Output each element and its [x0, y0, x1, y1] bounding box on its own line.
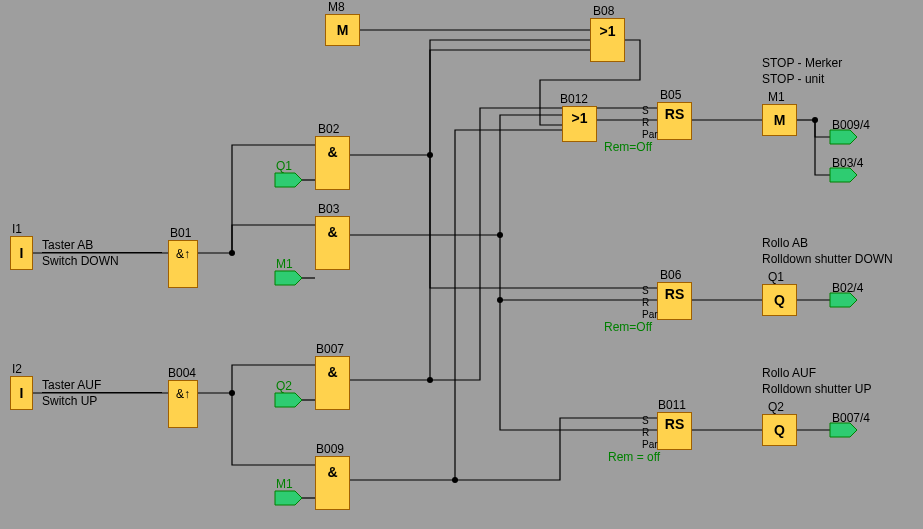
conn-in-Q2: Q2 [276, 379, 292, 393]
block-M1[interactable]: M [762, 104, 797, 136]
blk-sym-M1: M [763, 105, 796, 135]
blk-name-B01: B01 [170, 226, 191, 240]
label-rollo-auf-2: Rolldown shutter UP [762, 382, 871, 396]
blk-sym-B01: &↑ [169, 241, 197, 267]
par-Par: Par [642, 309, 658, 320]
svg-marker-11 [275, 491, 302, 505]
svg-point-1 [812, 117, 818, 123]
blk-sym-B03: & [316, 217, 349, 247]
conn-in-M1b: M1 [276, 477, 293, 491]
blk-sym-Q2: Q [763, 415, 796, 445]
blk-name-B009: B009 [316, 442, 344, 456]
blk-sym-B007: & [316, 357, 349, 387]
block-B011[interactable]: RS S R Par [657, 412, 692, 450]
blk-sym-B06: RS [658, 283, 691, 305]
par-R: R [642, 117, 649, 128]
block-I1[interactable]: I [10, 236, 33, 270]
blk-name-B08: B08 [593, 4, 614, 18]
blk-sym-I1: I [11, 237, 32, 269]
blk-name-B011: B011 [658, 398, 686, 412]
par-S: S [642, 415, 649, 426]
blk-sym-B02: & [316, 137, 349, 167]
conn-in-Q1: Q1 [276, 159, 292, 173]
label-taster-auf-1: Taster AUF [42, 378, 162, 393]
blk-name-I1: I1 [12, 222, 22, 236]
block-B02[interactable]: & [315, 136, 350, 190]
label-taster-ab-1: Taster AB [42, 238, 162, 253]
svg-marker-13 [830, 168, 857, 182]
conn-out-B009-4: B009/4 [832, 118, 870, 132]
par-R: R [642, 427, 649, 438]
par-S: S [642, 105, 649, 116]
blk-sym-B05: RS [658, 103, 691, 125]
svg-point-4 [452, 477, 458, 483]
blk-name-B007: B007 [316, 342, 344, 356]
block-M8[interactable]: M [325, 14, 360, 46]
svg-point-3 [427, 377, 433, 383]
label-rollo-ab-1: Rollo AB [762, 236, 808, 250]
blk-sym-B004: &↑ [169, 381, 197, 407]
svg-point-2 [229, 390, 235, 396]
blk-name-B012: B012 [560, 92, 588, 106]
svg-marker-14 [830, 293, 857, 307]
block-B007[interactable]: & [315, 356, 350, 410]
par-Par: Par [642, 439, 658, 450]
svg-marker-9 [275, 271, 302, 285]
svg-point-7 [497, 297, 503, 303]
svg-point-6 [497, 232, 503, 238]
conn-out-B007-4: B007/4 [832, 411, 870, 425]
label-taster-auf-2: Switch UP [42, 394, 97, 408]
svg-point-5 [427, 152, 433, 158]
blk-sym-B08: >1 [591, 19, 624, 41]
blk-name-Q2: Q2 [768, 400, 784, 414]
blk-name-B03: B03 [318, 202, 339, 216]
block-B08[interactable]: >1 [590, 18, 625, 62]
block-Q2[interactable]: Q [762, 414, 797, 446]
block-I2[interactable]: I [10, 376, 33, 410]
rem-B011: Rem = off [608, 450, 660, 464]
block-Q1[interactable]: Q [762, 284, 797, 316]
label-stop-1: STOP - Merker [762, 56, 842, 70]
svg-marker-15 [830, 423, 857, 437]
label-rollo-ab-2: Rolldown shutter DOWN [762, 252, 893, 266]
blk-sym-Q1: Q [763, 285, 796, 315]
par-Par: Par [642, 129, 658, 140]
blk-name-B06: B06 [660, 268, 681, 282]
label-taster-ab-2: Switch DOWN [42, 254, 119, 268]
blk-name-I2: I2 [12, 362, 22, 376]
blk-sym-B009: & [316, 457, 349, 487]
par-S: S [642, 285, 649, 296]
label-stop-2: STOP - unit [762, 72, 824, 86]
conn-in-M1a: M1 [276, 257, 293, 271]
block-B06[interactable]: RS S R Par [657, 282, 692, 320]
par-R: R [642, 297, 649, 308]
block-B03[interactable]: & [315, 216, 350, 270]
svg-marker-8 [275, 173, 302, 187]
fbd-canvas: { "blocks":{ "M8":{"name":"M8","sym":"M"… [0, 0, 923, 529]
block-B012[interactable]: >1 [562, 106, 597, 142]
label-rollo-auf-1: Rollo AUF [762, 366, 816, 380]
block-B004[interactable]: &↑ [168, 380, 198, 428]
rem-B06: Rem=Off [604, 320, 652, 334]
blk-name-M1: M1 [768, 90, 785, 104]
block-B009[interactable]: & [315, 456, 350, 510]
svg-point-0 [229, 250, 235, 256]
blk-sym-B011: RS [658, 413, 691, 435]
blk-name-M8: M8 [328, 0, 345, 14]
blk-sym-M8: M [326, 15, 359, 45]
block-B01[interactable]: &↑ [168, 240, 198, 288]
blk-name-B05: B05 [660, 88, 681, 102]
svg-marker-12 [830, 130, 857, 144]
blk-name-Q1: Q1 [768, 270, 784, 284]
rem-B012: Rem=Off [604, 140, 652, 154]
blk-sym-B012: >1 [563, 107, 596, 127]
conn-out-B02-4: B02/4 [832, 281, 863, 295]
conn-out-B03-4: B03/4 [832, 156, 863, 170]
svg-marker-10 [275, 393, 302, 407]
blk-sym-I2: I [11, 377, 32, 409]
block-B05[interactable]: RS S R Par [657, 102, 692, 140]
blk-name-B004: B004 [168, 366, 196, 380]
blk-name-B02: B02 [318, 122, 339, 136]
